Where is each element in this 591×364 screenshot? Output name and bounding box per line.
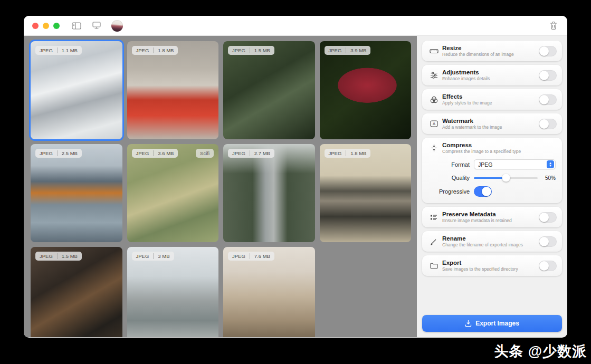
section-resize[interactable]: Resize Reduce the dimensions of an image [422, 41, 562, 61]
options-panel: Resize Reduce the dimensions of an image [417, 36, 567, 337]
photo-info-badge: JPEG 1.1 MB [35, 46, 82, 55]
progressive-toggle[interactable] [474, 186, 492, 197]
photo-info-badge: JPEG 3.6 MB [132, 149, 178, 158]
zoom-window-button[interactable] [53, 23, 60, 29]
section-effects[interactable]: Effects Apply styles to the image [422, 89, 562, 110]
photo-info-badge: JPEG 1.5 MB [228, 46, 274, 55]
resize-icon [427, 49, 440, 54]
export-images-label: Export Images [475, 320, 519, 327]
photo-size: 3.6 MB [154, 150, 178, 156]
user-avatar[interactable] [111, 20, 123, 32]
section-preserve-metadata[interactable]: Preserve Metadata Ensure image metadata … [422, 207, 562, 227]
section-rename[interactable]: Rename Change the filename of exported i… [422, 231, 562, 252]
photo-size: 1.5 MB [58, 253, 82, 259]
quality-value: 50% [538, 175, 556, 181]
section-subtitle: Add a watermark to the image [442, 124, 539, 130]
photo-size: 1.5 MB [250, 47, 274, 53]
photo-format: JPEG [325, 150, 347, 156]
app-window: JPEG 1.1 MB JPEG 1.8 MB JPEG 1.5 MB JPEG [24, 16, 567, 338]
section-subtitle: Ensure image metadata is retained [442, 218, 539, 223]
photo-format: JPEG [35, 253, 58, 259]
photo-thumbnail-11[interactable]: JPEG 7.6 MB [223, 247, 315, 337]
section-watermark[interactable]: A Watermark Add a watermark to the image [422, 113, 562, 134]
svg-text:A: A [432, 121, 435, 126]
rename-toggle[interactable] [539, 236, 557, 247]
effects-toggle[interactable] [539, 94, 557, 105]
section-title: Rename [442, 235, 539, 242]
display-icon[interactable] [91, 21, 102, 31]
photo-thumbnail-1[interactable]: JPEG 1.1 MB [31, 41, 122, 139]
photo-thumbnail-3[interactable]: JPEG 1.5 MB [223, 41, 315, 139]
format-select[interactable]: JPEG ▲▼ [474, 159, 556, 169]
section-subtitle: Change the filename of exported images [442, 242, 539, 247]
photo-format: JPEG [228, 253, 250, 259]
quality-slider[interactable] [474, 177, 538, 179]
trash-icon[interactable] [549, 21, 558, 30]
brandmark-text: 头条 @少数派 [494, 342, 587, 361]
adjustments-icon [427, 72, 440, 79]
photo-format: JPEG [228, 47, 250, 53]
sidebar-toggle-icon[interactable] [71, 21, 82, 31]
photo-thumbnail-8[interactable]: JPEG 1.8 MB [320, 144, 412, 242]
photo-info-badge: JPEG 3 MB [132, 252, 174, 261]
photo-thumbnail-4[interactable]: JPEG 3.9 MB [320, 41, 412, 139]
section-title: Export [442, 260, 539, 266]
photo-info-badge: JPEG 2.7 MB [228, 149, 274, 158]
metadata-icon [427, 214, 440, 221]
photo-size: 2.7 MB [250, 150, 274, 156]
photo-thumbnail-10[interactable]: JPEG 3 MB [127, 247, 219, 337]
photo-size: 3.9 MB [346, 47, 370, 53]
photo-grid: JPEG 1.1 MB JPEG 1.8 MB JPEG 1.5 MB JPEG [24, 36, 417, 337]
compress-icon [427, 144, 440, 152]
folder-icon [427, 263, 440, 269]
watermark-toggle[interactable] [539, 119, 557, 129]
quality-label: Quality [428, 175, 470, 181]
resize-toggle[interactable] [539, 46, 557, 56]
section-compress[interactable]: Compress Compress the image to a specifi… [422, 138, 562, 203]
section-adjustments[interactable]: Adjustments Enhance images details [422, 65, 562, 85]
section-title: Adjustments [442, 69, 539, 75]
adjustments-toggle[interactable] [539, 70, 557, 81]
section-subtitle: Save images to the specified directory [442, 266, 539, 272]
photo-size: 1.8 MB [154, 47, 178, 53]
export-toggle[interactable] [539, 261, 557, 271]
section-subtitle: Enhance images details [442, 76, 539, 81]
photo-format: JPEG [35, 150, 58, 156]
format-label: Format [428, 161, 470, 168]
close-window-button[interactable] [32, 23, 39, 29]
section-subtitle: Reduce the dimensions of an image [442, 52, 539, 57]
section-title: Resize [442, 45, 539, 51]
photo-info-badge: JPEG 7.6 MB [228, 252, 274, 261]
export-images-button[interactable]: Export Images [422, 315, 562, 332]
section-title: Preserve Metadata [442, 211, 539, 217]
photo-thumbnail-2[interactable]: JPEG 1.8 MB [127, 41, 219, 139]
section-export[interactable]: Export Save images to the specified dire… [422, 255, 562, 276]
photo-thumbnail-7[interactable]: JPEG 2.7 MB [223, 144, 315, 242]
section-subtitle: Apply styles to the image [442, 100, 539, 106]
photo-thumbnail-6[interactable]: JPEG 3.6 MB Scifi [127, 144, 219, 242]
photo-size: 7.6 MB [250, 253, 274, 259]
section-title: Watermark [442, 118, 539, 124]
photo-thumbnail-5[interactable]: JPEG 2.5 MB [31, 144, 122, 242]
photo-tag-badge: Scifi [196, 149, 214, 158]
photo-size: 2.5 MB [58, 150, 82, 156]
export-download-icon [465, 320, 472, 327]
photo-size: 1.1 MB [58, 47, 82, 53]
photo-info-badge: JPEG 3.9 MB [325, 46, 371, 55]
compress-controls: Format JPEG ▲▼ Quality 50% [428, 159, 556, 197]
photo-info-badge: JPEG 1.8 MB [132, 46, 178, 55]
window-toolbar [24, 16, 567, 36]
section-subtitle: Compress the image to a specified type [442, 149, 557, 154]
photo-size: 3 MB [154, 253, 174, 259]
slider-knob[interactable] [502, 174, 510, 182]
minimize-window-button[interactable] [43, 23, 49, 29]
preserve-metadata-toggle[interactable] [539, 212, 557, 223]
traffic-lights [32, 23, 60, 29]
format-selected-value: JPEG [478, 161, 492, 168]
photo-info-badge: JPEG 1.8 MB [325, 149, 371, 158]
progressive-label: Progressive [428, 188, 470, 195]
section-title: Effects [442, 93, 539, 100]
photo-thumbnail-9[interactable]: JPEG 1.5 MB [31, 247, 122, 337]
section-title: Compress [442, 142, 557, 148]
photo-format: JPEG [132, 150, 154, 156]
